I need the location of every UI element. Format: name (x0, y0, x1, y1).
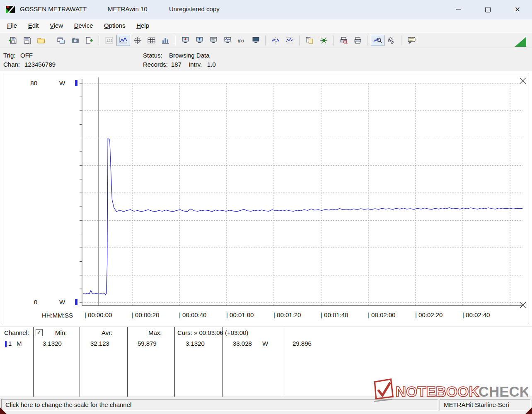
menu-help[interactable]: Help (132, 19, 154, 31)
print-button[interactable] (351, 35, 365, 46)
value-min: 3.1320 (43, 340, 62, 347)
device-upload-icon (195, 36, 204, 44)
resize-grip[interactable] (515, 37, 526, 47)
file-save-button[interactable] (20, 35, 34, 46)
menu-options[interactable]: Options (99, 19, 130, 31)
value-avr: 32.123 (90, 340, 109, 347)
title-app-name: GOSSEN METRAWATT (20, 5, 87, 12)
app-logo-icon (5, 5, 15, 14)
title-unregistered-note: Unregistered copy (169, 5, 220, 12)
zoom-wave-button[interactable] (371, 35, 384, 46)
records-value: 187 (171, 61, 181, 68)
y-scale-handle-top[interactable] (75, 80, 77, 86)
time-tick-label: 00:00:00 (85, 311, 112, 318)
channel-visible-checkbox[interactable]: ✓ (36, 329, 43, 336)
menu-bar: File Edit View Device Options Help (0, 19, 532, 33)
channels-copy-button[interactable] (303, 35, 317, 46)
screenshot-corner (0, 407, 7, 414)
y-axis-unit-top: W (59, 79, 65, 87)
histogram-icon (161, 36, 170, 44)
zoom-wave-icon (373, 36, 382, 44)
values-list-button[interactable]: 123 (102, 35, 116, 46)
column-divider (282, 327, 282, 397)
toolbar: 123 f(x) (0, 33, 532, 48)
maximize-button[interactable] (479, 3, 497, 16)
trig-value: OFF (20, 52, 33, 59)
chan-label: Chan: (3, 61, 20, 68)
column-divider (222, 327, 222, 397)
view-histogram-button[interactable] (159, 35, 172, 46)
column-divider (127, 327, 128, 397)
close-icon: × (515, 5, 520, 14)
value-cursor-delta: 29.896 (293, 340, 312, 347)
zoom-corner-handle-bottom[interactable] (519, 301, 527, 309)
window-export-button[interactable] (54, 35, 68, 46)
channels-copy-icon (305, 36, 314, 44)
device-monitor-button[interactable] (221, 35, 235, 46)
device-memory-icon (251, 36, 260, 44)
print-icon (353, 36, 362, 44)
annotation-button[interactable] (405, 35, 418, 46)
header-min: Min: (55, 329, 67, 336)
interval-label: Intrv. (189, 61, 202, 68)
time-tick-label: 00:02:00 (368, 311, 395, 318)
file-import-icon (9, 36, 17, 44)
zoom-corner-handle-top[interactable] (519, 77, 527, 84)
header-avr: Avr: (102, 329, 112, 336)
spider-button[interactable] (317, 35, 331, 46)
zoom-out-button[interactable] (385, 35, 399, 46)
column-divider (80, 327, 80, 397)
view-line-chart-button[interactable] (116, 35, 130, 46)
status-bar: Click here to change the scale for the c… (0, 397, 532, 414)
records-label: Records: (143, 61, 168, 68)
line-chart-icon (119, 36, 128, 44)
value-cursor-a: 3.1320 (186, 340, 205, 347)
y-scale-handle-bottom[interactable] (75, 299, 77, 305)
print-preview-button[interactable] (337, 35, 351, 46)
minimize-button[interactable] (450, 3, 468, 16)
file-open-button[interactable] (34, 35, 48, 46)
chart-panel: 80 W 0 W HH:MM:SS 00:00:00 00:00:20 00:0… (3, 73, 529, 324)
svg-text:f(x): f(x) (238, 39, 244, 43)
device-name-panel: METRAHit Starline-Seri (440, 399, 531, 411)
status-label: Status: (143, 52, 162, 59)
toolbar-separator (367, 36, 368, 46)
table-icon (147, 36, 156, 44)
zoom-out-icon (387, 36, 396, 44)
file-import-button[interactable] (6, 35, 20, 46)
wave-split-button[interactable] (269, 35, 283, 46)
menu-file[interactable]: File (2, 19, 22, 31)
device-download-button[interactable] (179, 35, 192, 46)
menu-edit[interactable]: Edit (24, 19, 44, 31)
wave-envelope-button[interactable] (283, 35, 297, 46)
svg-text:123: 123 (106, 39, 112, 43)
scale-hint-panel[interactable]: Click here to change the scale for the c… (1, 399, 438, 411)
value-cursor-b: 33.028 (233, 340, 252, 347)
header-channel: Channel: (4, 329, 29, 336)
header-max: Max: (148, 329, 162, 336)
close-button[interactable]: × (508, 3, 527, 16)
acquisition-info-bar: Trig: OFF Chan: 123456789 Status: Browsi… (0, 48, 532, 71)
snapshot-button[interactable] (68, 35, 82, 46)
device-upload-button[interactable] (193, 35, 206, 46)
chan-value: 123456789 (24, 61, 56, 68)
export-exit-button[interactable] (82, 35, 96, 46)
toolbar-separator (299, 36, 300, 46)
save-icon (23, 36, 31, 44)
snapshot-icon (71, 36, 80, 44)
metrawin-window: { "window": { "title_app": "GOSSEN METRA… (0, 0, 532, 414)
device-monitor-icon (223, 36, 232, 44)
maximize-icon (485, 7, 491, 12)
plot-area[interactable] (79, 77, 523, 307)
column-divider (174, 327, 175, 397)
menu-view[interactable]: View (45, 19, 68, 31)
channel-mode: M (17, 340, 22, 347)
device-memory-button[interactable] (249, 35, 263, 46)
value-max: 59.879 (138, 340, 157, 347)
toolbar-separator (175, 36, 176, 46)
formula-button[interactable]: f(x) (235, 35, 249, 46)
view-table-button[interactable] (145, 35, 158, 46)
device-config-button[interactable] (207, 35, 220, 46)
view-xy-button[interactable] (131, 35, 144, 46)
menu-device[interactable]: Device (70, 19, 98, 31)
